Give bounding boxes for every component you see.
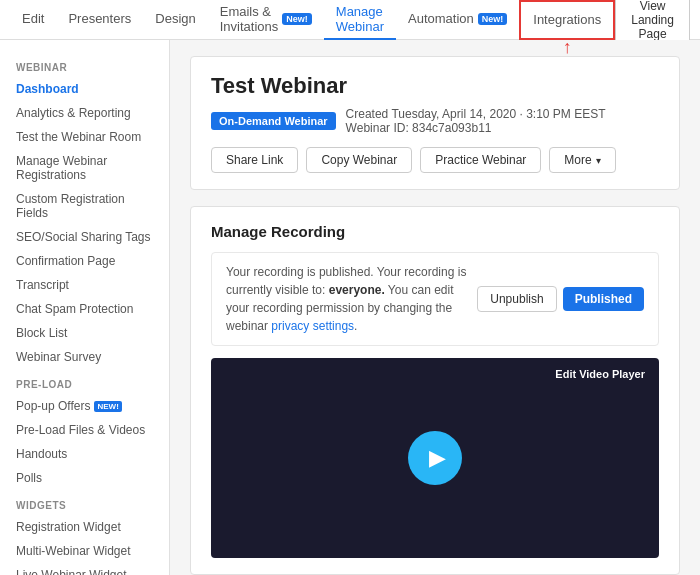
recording-title: Manage Recording	[211, 223, 659, 240]
nav-item-emails[interactable]: Emails & Invitations New!	[208, 0, 324, 40]
emails-badge: New!	[282, 13, 312, 25]
sidebar-item-transcript[interactable]: Transcript	[0, 273, 169, 297]
nav-label-manage-webinar: Manage Webinar	[336, 4, 384, 34]
recording-card: Manage Recording Your recording is publi…	[190, 206, 680, 575]
nav-label-edit: Edit	[22, 11, 44, 26]
nav-item-edit[interactable]: Edit	[10, 0, 56, 40]
nav-label-automation: Automation	[408, 11, 474, 26]
on-demand-badge: On-Demand Webinar	[211, 112, 336, 130]
more-label: More	[564, 153, 591, 167]
sidebar-section-webinar: WEBINAR	[0, 52, 169, 77]
recording-notice-text: Your recording is published. Your record…	[226, 263, 467, 335]
nav-label-design: Design	[155, 11, 195, 26]
sidebar-item-registration-fields[interactable]: Custom Registration Fields	[0, 187, 169, 225]
nav-label-presenters: Presenters	[68, 11, 131, 26]
sidebar-item-popup-offers[interactable]: Pop-up Offers NEW!	[0, 394, 169, 418]
main-layout: WEBINAR Dashboard Analytics & Reporting …	[0, 40, 700, 575]
sidebar-item-registrations[interactable]: Manage Webinar Registrations	[0, 149, 169, 187]
recording-notice: Your recording is published. Your record…	[211, 252, 659, 346]
edit-video-label[interactable]: Edit Video Player	[555, 368, 645, 380]
sidebar-section-preload: PRE-LOAD	[0, 369, 169, 394]
webinar-meta: On-Demand Webinar Created Tuesday, April…	[211, 107, 659, 135]
webinar-title: Test Webinar	[211, 73, 659, 99]
nav-item-automation[interactable]: Automation New!	[396, 0, 519, 40]
sidebar-item-live-webinar-widget[interactable]: Live Webinar Widget	[0, 563, 169, 575]
copy-webinar-button[interactable]: Copy Webinar	[306, 147, 412, 173]
sidebar-item-dashboard[interactable]: Dashboard	[0, 77, 169, 101]
sidebar-item-preload-files[interactable]: Pre-Load Files & Videos	[0, 418, 169, 442]
webinar-id: Webinar ID: 834c7a093b11	[346, 121, 606, 135]
nav-item-integrations[interactable]: Integrations ↑	[519, 0, 615, 40]
published-button[interactable]: Published	[563, 287, 644, 311]
top-navigation: Edit Presenters Design Emails & Invitati…	[0, 0, 700, 40]
sidebar-item-chat-spam[interactable]: Chat Spam Protection	[0, 297, 169, 321]
nav-item-presenters[interactable]: Presenters	[56, 0, 143, 40]
sidebar-item-handouts[interactable]: Handouts	[0, 442, 169, 466]
notice-text-end: .	[354, 319, 357, 333]
sidebar-item-webinar-survey[interactable]: Webinar Survey	[0, 345, 169, 369]
sidebar-item-registration-widget[interactable]: Registration Widget	[0, 515, 169, 539]
automation-badge: New!	[478, 13, 508, 25]
nav-items: Edit Presenters Design Emails & Invitati…	[10, 0, 615, 40]
webinar-created: Created Tuesday, April 14, 2020 · 3:10 P…	[346, 107, 606, 121]
sidebar-item-polls[interactable]: Polls	[0, 466, 169, 490]
arrow-up-icon: ↑	[563, 38, 572, 56]
play-icon: ▶	[429, 445, 446, 471]
sidebar-item-multi-webinar-widget[interactable]: Multi-Webinar Widget	[0, 539, 169, 563]
webinar-header-card: Test Webinar On-Demand Webinar Created T…	[190, 56, 680, 190]
sidebar-item-seo[interactable]: SEO/Social Sharing Tags	[0, 225, 169, 249]
video-player: Edit Video Player ▶	[211, 358, 659, 558]
main-content: Test Webinar On-Demand Webinar Created T…	[170, 40, 700, 575]
share-link-button[interactable]: Share Link	[211, 147, 298, 173]
nav-item-manage-webinar[interactable]: Manage Webinar	[324, 0, 396, 40]
sidebar-item-block-list[interactable]: Block List	[0, 321, 169, 345]
practice-webinar-button[interactable]: Practice Webinar	[420, 147, 541, 173]
play-button[interactable]: ▶	[408, 431, 462, 485]
sidebar: WEBINAR Dashboard Analytics & Reporting …	[0, 40, 170, 575]
sidebar-item-confirmation[interactable]: Confirmation Page	[0, 249, 169, 273]
popup-offers-badge: NEW!	[94, 401, 121, 412]
nav-item-design[interactable]: Design	[143, 0, 207, 40]
notice-bold-everyone: everyone.	[329, 283, 385, 297]
sidebar-item-analytics[interactable]: Analytics & Reporting	[0, 101, 169, 125]
sidebar-section-widgets: WIDGETS	[0, 490, 169, 515]
privacy-settings-link[interactable]: privacy settings	[271, 319, 354, 333]
unpublish-button[interactable]: Unpublish	[477, 286, 556, 312]
nav-label-integrations: Integrations	[533, 12, 601, 27]
more-button[interactable]: More ▾	[549, 147, 615, 173]
recording-actions: Unpublish Published	[477, 286, 644, 312]
action-buttons: Share Link Copy Webinar Practice Webinar…	[211, 147, 659, 173]
chevron-down-icon: ▾	[596, 155, 601, 166]
sidebar-item-test-room[interactable]: Test the Webinar Room	[0, 125, 169, 149]
nav-label-emails: Emails & Invitations	[220, 4, 279, 34]
